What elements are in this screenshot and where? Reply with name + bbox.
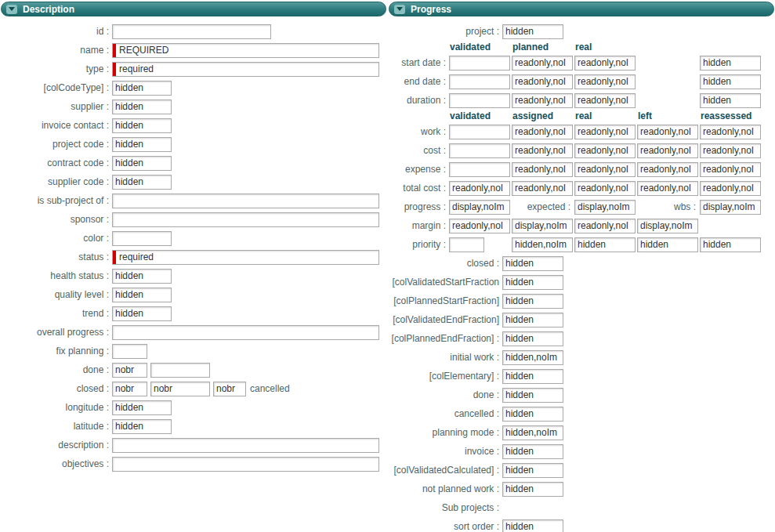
col-elementary-input[interactable] [502,369,563,384]
latitude-input[interactable] [112,419,172,434]
description-panel-title: Description [23,4,74,15]
margin-assigned-input[interactable] [512,219,573,233]
margin-left-input[interactable] [637,219,698,233]
not-planned-work-input[interactable] [502,482,563,497]
col-code-type-input[interactable] [112,81,172,96]
col-planned-start-fraction-input[interactable] [502,294,563,309]
field-row-planning-mode: planning mode : [388,423,775,442]
total-cost-reassessed-input[interactable] [700,181,761,196]
work-assigned-input[interactable] [512,125,573,139]
cost-left-input[interactable] [637,143,698,158]
work-left-input[interactable] [637,125,698,139]
margin-validated-input[interactable] [449,219,510,233]
initial-work-input[interactable] [502,350,563,365]
priority-input[interactable] [449,237,484,252]
project-input[interactable] [502,24,563,39]
type-input[interactable] [112,62,379,77]
cost-real-input[interactable] [574,143,636,158]
total-cost-validated-input[interactable] [449,181,510,196]
end-date-validated-input[interactable] [449,74,510,89]
overall-progress-input[interactable] [112,325,379,340]
total-cost-assigned-input[interactable] [512,181,573,196]
done-input[interactable] [502,388,563,403]
longitude-input[interactable] [112,400,172,415]
expense-reassessed-input[interactable] [700,162,761,177]
expense-real-input[interactable] [574,162,636,177]
priority-real-input[interactable] [574,237,636,252]
margin-real-input[interactable] [574,219,636,233]
col-planned-end-fraction-input[interactable] [502,331,563,346]
closed-input-1[interactable] [112,382,147,396]
duration-hidden-input[interactable] [700,93,761,108]
duration-real-input[interactable] [574,93,636,108]
total-cost-left-input[interactable] [637,181,698,196]
description-panel-header[interactable]: Description [1,2,386,16]
end-date-label: end date : [388,76,449,87]
collapse-toggle-icon[interactable] [394,5,405,14]
objectives-input[interactable] [112,457,379,472]
collapse-toggle-icon[interactable] [6,5,17,14]
is-sub-project-of-label: is sub-project of : [0,195,112,206]
project-code-input[interactable] [112,137,172,152]
closed-input-3[interactable] [213,382,246,396]
supplier-input[interactable] [112,100,172,114]
col-validated-end-fraction-input[interactable] [502,313,563,328]
work-validated-input[interactable] [449,125,510,139]
start-date-hidden-input[interactable] [700,56,761,71]
quality-level-input[interactable] [112,288,172,302]
trend-input[interactable] [112,306,172,321]
col-validated-calculated-input[interactable] [502,463,563,478]
work-reassessed-input[interactable] [700,125,761,139]
start-date-real-input[interactable] [574,56,636,71]
invoice-input[interactable] [502,444,563,459]
invoice-contact-input[interactable] [112,118,172,133]
start-date-validated-input[interactable] [449,56,510,71]
end-date-real-input[interactable] [574,74,636,89]
duration-validated-input[interactable] [449,93,510,108]
sponsor-input[interactable] [112,212,379,227]
progress-panel-header[interactable]: Progress [389,2,774,16]
contract-code-input[interactable] [112,156,172,171]
end-date-planned-input[interactable] [512,74,573,89]
field-row-closed: closed : cancelled [0,379,387,398]
cost-assigned-input[interactable] [512,143,573,158]
supplier-code-input[interactable] [112,175,172,190]
expense-left-input[interactable] [637,162,698,177]
description-input[interactable] [112,438,379,453]
status-input[interactable] [112,250,379,265]
end-date-hidden-input[interactable] [700,74,761,89]
col-validated-start-fraction-input[interactable] [502,275,563,290]
field-row-status: status : [0,248,387,266]
col-validated-calculated-label: [colValidatedCalculated] : [388,465,502,476]
fix-planning-input[interactable] [112,344,147,359]
id-input[interactable] [112,24,271,39]
cancelled-input[interactable] [502,407,563,422]
is-sub-project-of-input[interactable] [112,194,379,208]
sort-order-input[interactable] [502,519,563,532]
name-input[interactable] [112,43,379,58]
duration-planned-input[interactable] [512,93,573,108]
closed-input-2[interactable] [150,382,210,396]
col-planned-start-fraction-label: [colPlannedStartFraction] [388,295,502,306]
field-row-health-status: health status : [0,266,387,285]
priority-left-input[interactable] [637,237,698,252]
done-input-2[interactable] [150,363,210,378]
field-row-closed: closed : [388,254,775,273]
expense-assigned-input[interactable] [512,162,573,177]
wbs-input[interactable] [700,200,761,215]
cost-validated-input[interactable] [449,143,510,158]
expense-validated-input[interactable] [449,162,510,177]
expected-input[interactable] [574,200,636,215]
total-cost-real-input[interactable] [574,181,636,196]
closed-input[interactable] [502,256,563,271]
priority-assigned-input[interactable] [512,237,573,252]
done-input-1[interactable] [112,363,147,378]
priority-reassessed-input[interactable] [700,237,761,252]
health-status-input[interactable] [112,269,172,284]
progress-input[interactable] [449,200,510,215]
color-input[interactable] [112,231,172,246]
start-date-planned-input[interactable] [512,56,573,71]
work-real-input[interactable] [574,125,636,139]
cost-reassessed-input[interactable] [700,143,761,158]
planning-mode-input[interactable] [502,425,563,440]
